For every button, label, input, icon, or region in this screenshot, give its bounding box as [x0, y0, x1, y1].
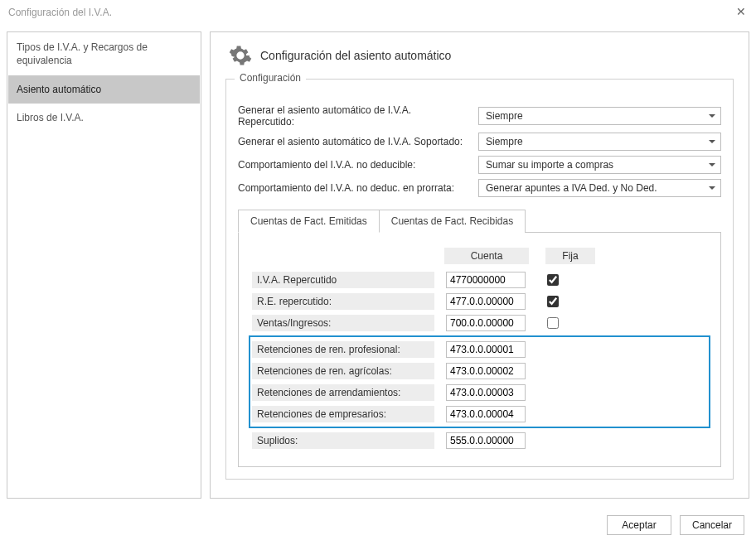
select-value: Siempre — [486, 110, 523, 122]
section-title: Configuración del asiento automático — [260, 49, 451, 62]
select-iva-no-deducible[interactable]: Sumar su importe a compras — [478, 156, 721, 174]
select-value: Generar apuntes a IVA Ded. y No Ded. — [486, 182, 657, 194]
table-row: Retenciones de empresarios: — [252, 403, 707, 425]
cuenta-input[interactable] — [446, 406, 526, 422]
cuenta-input[interactable] — [446, 341, 526, 358]
label-iva-prorrata: Comportamiento del I.V.A. no deduc. en p… — [238, 182, 468, 194]
close-icon[interactable]: ✕ — [736, 5, 746, 18]
select-value: Siempre — [486, 136, 523, 147]
nav-panel: Tipos de I.V.A. y Recargos de equivalenc… — [7, 31, 201, 499]
nav-item-libros-iva[interactable]: Libros de I.V.A. — [8, 104, 200, 132]
row-label: Ventas/Ingresos: — [252, 315, 434, 331]
nav-item-asiento-automatico[interactable]: Asiento automático — [8, 75, 200, 104]
cancel-button[interactable]: Cancelar — [680, 515, 744, 535]
table-row: Ventas/Ingresos: — [252, 312, 707, 334]
gear-icon — [229, 44, 252, 67]
main-panel: Configuración del asiento automático Con… — [210, 31, 749, 499]
table-row: I.V.A. Repercutido — [252, 269, 707, 291]
row-label: Suplidos: — [252, 432, 434, 449]
label-iva-repercutido: Generar el asiento automático de I.V.A. … — [238, 104, 468, 128]
table-row: Retenciones de ren. agrícolas: — [252, 360, 707, 382]
table-row: Retenciones de ren. profesional: — [252, 339, 707, 360]
label-iva-soportado: Generar el asiento automático de I.V.A. … — [238, 136, 468, 147]
row-label: R.E. repercutido: — [252, 293, 434, 310]
select-iva-repercutido[interactable]: Siempre — [478, 107, 721, 125]
select-value: Sumar su importe a compras — [486, 159, 613, 171]
row-label: Retenciones de arrendamientos: — [252, 384, 434, 401]
fija-checkbox[interactable] — [547, 274, 559, 286]
select-iva-prorrata[interactable]: Generar apuntes a IVA Ded. y No Ded. — [478, 179, 721, 197]
tab-fact-recibidas[interactable]: Cuentas de Fact. Recibidas — [379, 210, 526, 233]
nav-item-tipos-iva[interactable]: Tipos de I.V.A. y Recargos de equivalenc… — [8, 32, 200, 75]
retenciones-highlight: Retenciones de ren. profesional: Retenci… — [249, 335, 710, 428]
config-groupbox: Configuración Generar el asiento automát… — [225, 79, 734, 480]
window-title: Configuración del I.V.A. — [8, 7, 112, 18]
table-row: Suplidos: — [252, 430, 707, 451]
row-label: I.V.A. Repercutido — [252, 272, 434, 288]
tab-fact-emitidas[interactable]: Cuentas de Fact. Emitidas — [238, 210, 380, 233]
select-iva-soportado[interactable]: Siempre — [478, 133, 721, 151]
header-fija: Fija — [545, 248, 595, 264]
table-row: Retenciones de arrendamientos: — [252, 382, 707, 403]
label-iva-no-deducible: Comportamiento del I.V.A. no deducible: — [238, 159, 468, 171]
tab-body: Cuenta Fija I.V.A. Repercutido R.E. repe… — [238, 232, 721, 467]
group-legend: Configuración — [235, 72, 306, 84]
cuenta-input[interactable] — [446, 293, 526, 310]
fija-checkbox[interactable] — [547, 296, 559, 307]
row-label: Retenciones de ren. agrícolas: — [252, 363, 434, 379]
cuenta-input[interactable] — [446, 384, 526, 401]
header-cuenta: Cuenta — [444, 248, 529, 264]
cuenta-input[interactable] — [446, 363, 526, 379]
accept-button[interactable]: Aceptar — [607, 515, 671, 535]
cuenta-input[interactable] — [446, 432, 526, 449]
table-row: R.E. repercutido: — [252, 291, 707, 312]
cuenta-input[interactable] — [446, 315, 526, 331]
cuenta-input[interactable] — [446, 272, 526, 288]
fija-checkbox[interactable] — [547, 317, 559, 329]
row-label: Retenciones de empresarios: — [252, 406, 434, 422]
row-label: Retenciones de ren. profesional: — [252, 341, 434, 358]
